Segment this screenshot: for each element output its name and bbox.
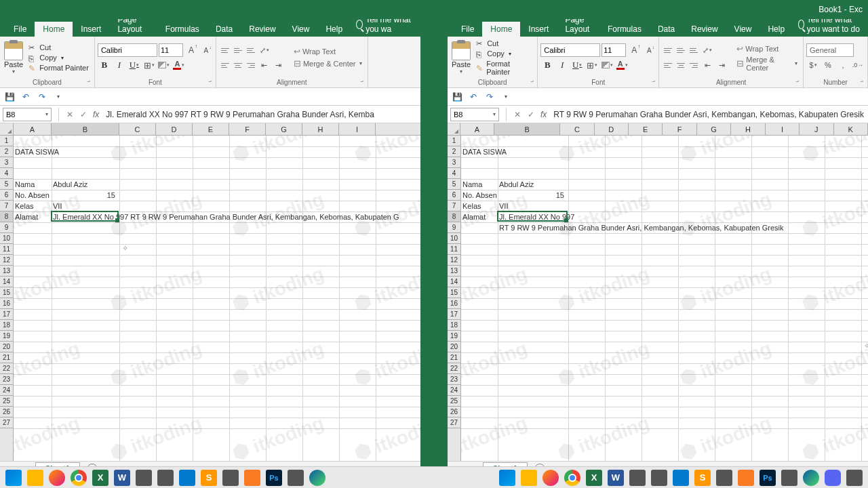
enter-formula-button[interactable]: ✓ bbox=[524, 110, 538, 119]
row-header-10[interactable]: 10 bbox=[448, 233, 460, 244]
cell-B6[interactable]: 15 bbox=[52, 190, 117, 201]
cell-B9[interactable]: RT 9 RW 9 Perumahan Graha Bunder Asri, K… bbox=[498, 222, 785, 233]
col-header-A[interactable]: A bbox=[460, 123, 494, 135]
start-button-2[interactable] bbox=[499, 470, 515, 486]
tab-help[interactable]: Help bbox=[317, 22, 351, 37]
grow-font-button[interactable] bbox=[627, 43, 641, 57]
cell-A6[interactable]: No. Absen bbox=[14, 190, 51, 201]
chrome-icon[interactable] bbox=[71, 470, 87, 486]
col-header-F[interactable]: F bbox=[663, 123, 696, 135]
app-icon-5[interactable] bbox=[629, 470, 646, 486]
cell-A8[interactable]: Alamat bbox=[14, 211, 39, 222]
shrink-font-button[interactable] bbox=[199, 43, 213, 57]
col-header-A[interactable]: A bbox=[14, 123, 52, 135]
photoshop-icon[interactable]: Ps bbox=[266, 470, 282, 486]
row-header-12[interactable]: 12 bbox=[448, 255, 460, 266]
col-header-D[interactable]: D bbox=[595, 123, 629, 135]
fx-icon[interactable]: fx bbox=[540, 110, 547, 119]
row-header-18[interactable]: 18 bbox=[0, 320, 13, 331]
app-icon-3[interactable] bbox=[222, 470, 239, 486]
decrease-indent-button[interactable]: ⇤ bbox=[701, 58, 714, 72]
name-box[interactable]: B8 bbox=[3, 108, 52, 121]
app-icon-4[interactable] bbox=[288, 470, 304, 486]
cell-B7[interactable]: VII bbox=[52, 201, 63, 211]
tab-insert[interactable]: Insert bbox=[520, 22, 557, 37]
col-header-E[interactable]: E bbox=[193, 123, 229, 135]
align-top-button[interactable] bbox=[219, 45, 231, 56]
underline-button[interactable]: U bbox=[570, 58, 584, 72]
edge-icon[interactable] bbox=[309, 470, 326, 486]
tab-formulas[interactable]: Formulas bbox=[599, 22, 650, 37]
row-header-9[interactable]: 9 bbox=[0, 222, 13, 233]
row-header-10[interactable]: 10 bbox=[0, 233, 13, 244]
excel-icon[interactable]: X bbox=[92, 470, 108, 486]
undo-button[interactable]: ↶ bbox=[468, 92, 479, 102]
fx-icon[interactable]: fx bbox=[93, 110, 99, 119]
cell-B5[interactable]: Abdul Aziz bbox=[498, 179, 535, 190]
col-header-H[interactable]: H bbox=[302, 123, 339, 135]
merge-center-button[interactable]: Merge & Center▾ bbox=[734, 55, 800, 73]
tab-home[interactable]: Home bbox=[482, 22, 520, 37]
tab-data[interactable]: Data bbox=[650, 22, 683, 37]
tab-review[interactable]: Review bbox=[683, 22, 726, 37]
col-header-G[interactable]: G bbox=[266, 123, 302, 135]
qat-customize-button[interactable]: ▾ bbox=[500, 92, 511, 102]
col-header-E[interactable]: E bbox=[629, 123, 663, 135]
row-header-24[interactable]: 24 bbox=[0, 385, 13, 396]
tab-help[interactable]: Help bbox=[760, 22, 793, 37]
orientation-button[interactable]: ⤢ bbox=[701, 43, 714, 57]
col-header-C[interactable]: C bbox=[560, 123, 594, 135]
cell-B7[interactable]: VII bbox=[498, 201, 509, 211]
formula-input[interactable] bbox=[549, 110, 868, 119]
row-header-8[interactable]: 8 bbox=[448, 211, 460, 222]
row-header-19[interactable]: 19 bbox=[0, 331, 13, 342]
col-header-K[interactable]: K bbox=[834, 123, 868, 135]
cell-A8[interactable]: Alamat bbox=[461, 211, 487, 222]
cell-A6[interactable]: No. Absen bbox=[461, 190, 498, 201]
tab-formulas[interactable]: Formulas bbox=[157, 22, 208, 37]
tab-file[interactable]: File bbox=[5, 22, 35, 37]
col-header-H[interactable]: H bbox=[731, 123, 765, 135]
formula-input[interactable] bbox=[102, 110, 420, 119]
paste-button[interactable]: Paste▾ bbox=[3, 40, 24, 76]
row-header-22[interactable]: 22 bbox=[0, 363, 13, 374]
font-name-select[interactable] bbox=[98, 43, 157, 57]
row-header-11[interactable]: 11 bbox=[0, 244, 13, 255]
italic-button[interactable]: I bbox=[555, 58, 569, 72]
row-header-7[interactable]: 7 bbox=[448, 201, 460, 211]
tab-review[interactable]: Review bbox=[241, 22, 283, 37]
save-button[interactable]: 💾 bbox=[4, 92, 15, 102]
align-center-button[interactable] bbox=[675, 60, 687, 70]
file-explorer-icon-2[interactable] bbox=[521, 470, 537, 486]
font-color-button[interactable]: A bbox=[172, 58, 186, 72]
col-header-F[interactable]: F bbox=[229, 123, 266, 135]
firefox-icon-2[interactable] bbox=[542, 470, 559, 486]
align-middle-button[interactable] bbox=[232, 45, 244, 56]
row-header-23[interactable]: 23 bbox=[0, 374, 13, 385]
row-header-25[interactable]: 25 bbox=[448, 396, 460, 407]
row-header-3[interactable]: 3 bbox=[0, 157, 13, 168]
decrease-indent-button[interactable]: ⇤ bbox=[258, 58, 271, 72]
row-header-27[interactable]: 27 bbox=[0, 418, 13, 428]
row-header-7[interactable]: 7 bbox=[0, 201, 13, 211]
app-icon-8[interactable] bbox=[781, 470, 797, 486]
wrap-text-button[interactable]: Wrap Text bbox=[734, 43, 800, 54]
cancel-formula-button[interactable]: ✕ bbox=[511, 110, 524, 119]
fill-color-button[interactable] bbox=[600, 58, 614, 72]
row-header-4[interactable]: 4 bbox=[448, 168, 460, 179]
col-header-G[interactable]: G bbox=[697, 123, 731, 135]
align-middle-button[interactable] bbox=[675, 45, 687, 56]
app-icon-2[interactable] bbox=[157, 470, 174, 486]
row-header-9[interactable]: 9 bbox=[448, 222, 460, 233]
tab-file[interactable]: File bbox=[453, 22, 482, 37]
name-box[interactable]: B8 bbox=[450, 108, 499, 121]
col-header-J[interactable]: J bbox=[800, 123, 833, 135]
row-header-8[interactable]: 8 bbox=[0, 211, 13, 222]
bold-button[interactable]: B bbox=[540, 58, 554, 72]
orientation-button[interactable]: ⤢ bbox=[258, 43, 271, 57]
qat-customize-button[interactable]: ▾ bbox=[53, 92, 64, 102]
word-icon-2[interactable]: W bbox=[608, 470, 624, 486]
col-header-D[interactable]: D bbox=[156, 123, 193, 135]
chrome-icon-2[interactable] bbox=[564, 470, 580, 486]
tab-view[interactable]: View bbox=[284, 22, 318, 37]
